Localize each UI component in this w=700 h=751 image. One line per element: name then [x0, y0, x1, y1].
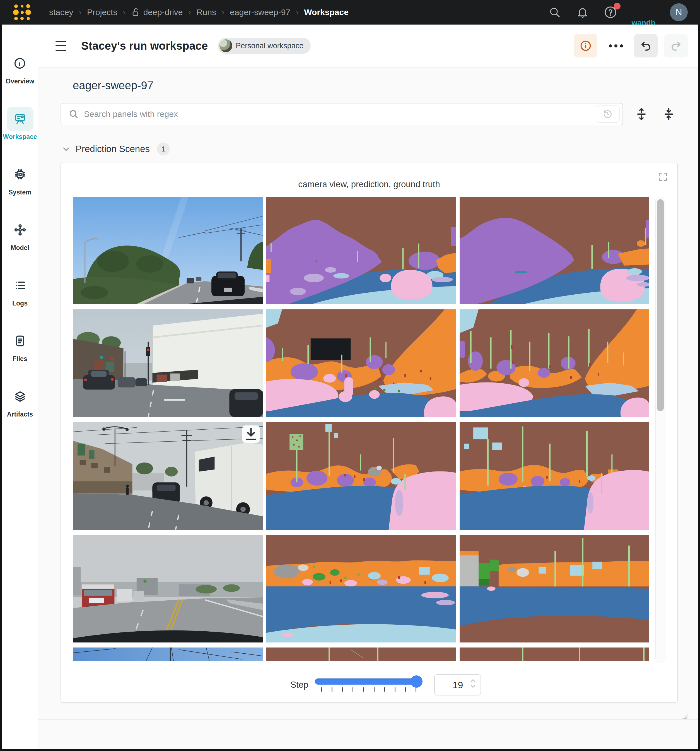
breadcrumb-workspace: Workspace: [304, 8, 348, 17]
sidebar-item-logs[interactable]: Logs: [7, 274, 34, 307]
sidebar-item-files[interactable]: Files: [7, 329, 34, 363]
bottom-strip: [60, 720, 678, 727]
notification-badge: [614, 3, 620, 9]
media-panel-title: camera view, prediction, ground truth: [73, 179, 665, 189]
ground-truth-image[interactable]: [459, 422, 649, 530]
download-image-button[interactable]: [242, 425, 260, 443]
breadcrumb-separator: ›: [188, 8, 191, 17]
resize-handle-icon[interactable]: [681, 712, 689, 721]
wandb-logo-icon[interactable]: [13, 3, 31, 22]
run-sidebar: Overview Workspace System Model Logs Fil…: [2, 25, 38, 749]
info-button[interactable]: [574, 34, 597, 57]
fullscreen-icon: [657, 171, 669, 182]
media-scrollbar-track[interactable]: [655, 197, 665, 663]
info-circle-icon: [580, 40, 592, 52]
undo-icon: [640, 40, 652, 52]
more-options-button[interactable]: [604, 34, 628, 57]
breadcrumb-project[interactable]: deep-drive: [143, 8, 183, 17]
notifications-bell-icon[interactable]: [576, 6, 589, 19]
media-grid: [73, 197, 649, 661]
sidebar-item-overview[interactable]: Overview: [6, 51, 34, 85]
step-increment-icon[interactable]: [470, 679, 476, 683]
expand-vertical-icon: [634, 107, 649, 121]
media-scrollbar-thumb[interactable]: [657, 199, 664, 411]
artifacts-layers-icon: [14, 390, 26, 403]
breadcrumb-runs[interactable]: Runs: [197, 8, 216, 17]
main-panel: Stacey's run workspace Personal workspac…: [38, 25, 698, 749]
sidebar-item-model[interactable]: Model: [7, 218, 34, 252]
search-icon: [68, 109, 79, 119]
breadcrumb-separator: ›: [222, 8, 224, 17]
breadcrumb-separator: ›: [296, 8, 298, 17]
camera-view-image[interactable]: [73, 197, 263, 304]
top-navbar: stacey › Projects › deep-drive › Runs › …: [0, 0, 700, 25]
sidebar-item-workspace[interactable]: Workspace: [3, 107, 37, 141]
step-slider-ticks: [315, 685, 420, 692]
model-graph-icon: [14, 224, 26, 236]
workspace-content: eager-sweep-97: [38, 68, 698, 749]
ground-truth-image[interactable]: [459, 309, 649, 417]
prediction-image[interactable]: [266, 309, 456, 417]
step-label: Step: [291, 680, 308, 690]
expand-panels-button[interactable]: [632, 105, 651, 123]
workspace-board-icon: [13, 112, 27, 125]
step-slider[interactable]: [315, 678, 420, 692]
camera-view-image[interactable]: [73, 309, 263, 417]
step-control: Step 19: [90, 674, 681, 695]
section-count-badge: 1: [157, 142, 170, 155]
prediction-image[interactable]: [266, 197, 456, 304]
section-collapse-chevron[interactable]: [60, 144, 72, 155]
sidebar-item-artifacts[interactable]: Artifacts: [7, 385, 34, 418]
pill-avatar: [219, 39, 232, 52]
redo-button[interactable]: [664, 34, 688, 57]
pill-label: Personal workspace: [236, 42, 304, 50]
breadcrumb-separator: ›: [79, 8, 82, 17]
undo-button[interactable]: [634, 34, 658, 57]
info-icon: [13, 57, 26, 70]
ellipsis-icon: [609, 44, 623, 48]
prediction-scenes-panel: camera view, prediction, ground truth: [60, 163, 678, 703]
open-lock-icon: [131, 8, 140, 17]
fullscreen-button[interactable]: [657, 170, 669, 183]
panel-search-box[interactable]: [60, 103, 623, 125]
collapse-panels-button[interactable]: [660, 105, 678, 123]
camera-view-image[interactable]: [73, 647, 263, 661]
step-slider-track[interactable]: [315, 678, 420, 685]
prediction-image[interactable]: [266, 422, 456, 530]
ground-truth-image[interactable]: [459, 535, 649, 643]
breadcrumb: stacey › Projects › deep-drive › Runs › …: [49, 8, 348, 17]
workarea: Overview Workspace System Model Logs Fil…: [2, 25, 698, 749]
ground-truth-image[interactable]: [459, 197, 649, 304]
run-name-heading: eager-sweep-97: [73, 79, 678, 92]
ground-truth-image[interactable]: [459, 647, 649, 661]
collapse-vertical-icon: [661, 107, 676, 121]
breadcrumb-run[interactable]: eager-sweep-97: [230, 8, 290, 17]
prediction-image[interactable]: [266, 535, 456, 643]
step-slider-thumb[interactable]: [410, 675, 422, 688]
step-value: 19: [452, 680, 463, 691]
section-title[interactable]: Prediction Scenes: [76, 144, 150, 154]
search-icon[interactable]: [548, 6, 561, 19]
chevron-down-icon: [61, 144, 71, 154]
breadcrumb-user[interactable]: stacey: [49, 8, 73, 17]
breadcrumb-projects[interactable]: Projects: [87, 8, 117, 17]
prediction-image[interactable]: [266, 647, 456, 661]
menu-hamburger-icon[interactable]: [56, 41, 68, 51]
camera-view-image[interactable]: [73, 422, 263, 530]
history-clock-icon: [602, 108, 613, 120]
breadcrumb-separator: ›: [123, 8, 125, 17]
workspace-header: Stacey's run workspace Personal workspac…: [38, 25, 698, 68]
camera-view-image[interactable]: [73, 535, 263, 643]
panel-search-input[interactable]: [84, 109, 596, 119]
step-number-input[interactable]: 19: [434, 674, 481, 695]
download-icon: [242, 425, 260, 443]
search-history-button[interactable]: [596, 105, 620, 123]
workspace-pill[interactable]: Personal workspace: [218, 38, 311, 54]
section-header: Prediction Scenes 1: [60, 142, 678, 155]
step-decrement-icon[interactable]: [470, 685, 476, 688]
cpu-chip-icon: [14, 168, 26, 181]
user-avatar[interactable]: N: [670, 3, 688, 21]
page-title: Stacey's run workspace: [81, 40, 208, 52]
sidebar-item-system[interactable]: System: [7, 162, 34, 196]
help-icon[interactable]: [604, 6, 617, 19]
